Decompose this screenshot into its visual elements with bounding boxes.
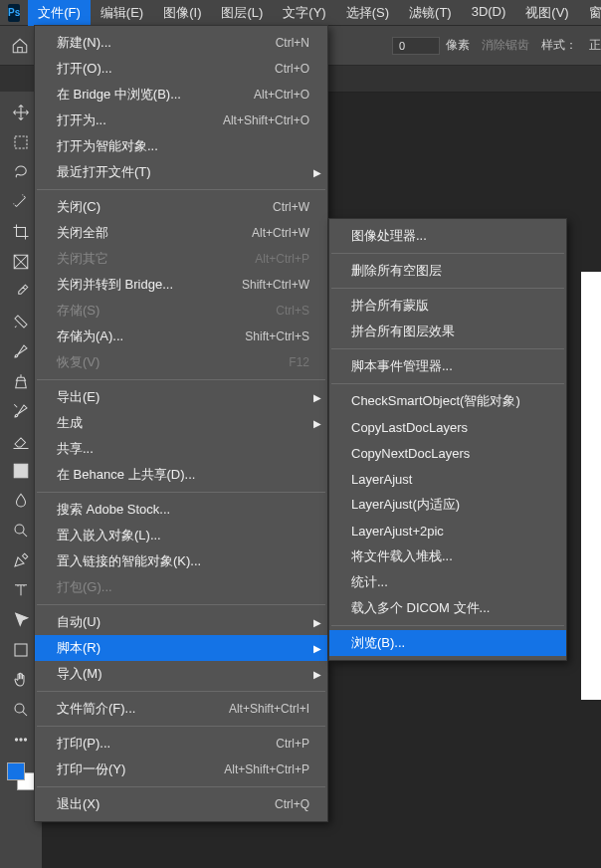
file-menu-item-16[interactable]: 生成▶ [35,410,327,436]
scripts-menu-item-label: CheckSmartObject(智能对象) [351,392,548,410]
scripts-menu-separator [331,383,564,384]
file-menu-item-27[interactable]: 导入(M)▶ [35,661,327,687]
file-menu-item-21[interactable]: 置入嵌入对象(L)... [35,523,327,548]
edit-toolbar-tool[interactable] [5,725,37,755]
frame-tool[interactable] [5,247,37,277]
scripts-menu-item-7[interactable]: 脚本事件管理器... [329,353,566,379]
file-menu-item-7[interactable]: 关闭(C)Ctrl+W [35,194,327,220]
scripts-menu-item-19[interactable]: 浏览(B)... [329,630,566,656]
svg-point-5 [15,739,17,741]
svg-point-6 [20,739,22,741]
scripts-menu-item-0[interactable]: 图像处理器... [329,223,566,249]
file-menu-item-3[interactable]: 打开为...Alt+Shift+Ctrl+O [35,108,327,133]
blur-tool[interactable] [5,486,37,516]
file-menu-separator [37,189,325,190]
file-menu-item-2[interactable]: 在 Bridge 中浏览(B)...Alt+Ctrl+O [35,82,327,108]
scripts-submenu-dropdown: 图像处理器...删除所有空图层拼合所有蒙版拼合所有图层效果脚本事件管理器...C… [328,218,567,661]
file-menu-item-label: 新建(N)... [57,34,260,52]
scripts-menu-item-9[interactable]: CheckSmartObject(智能对象) [329,388,566,414]
lasso-tool[interactable] [5,157,37,187]
scripts-menu-item-2[interactable]: 删除所有空图层 [329,258,566,284]
file-menu-item-4[interactable]: 打开为智能对象... [35,133,327,159]
file-menu-item-29[interactable]: 文件简介(F)...Alt+Shift+Ctrl+I [35,696,327,722]
gradient-tool[interactable] [5,456,37,486]
scripts-menu-item-label: 拼合所有图层效果 [351,323,548,340]
pen-tool[interactable] [5,545,37,575]
history-brush-tool[interactable] [5,396,37,426]
file-menu-item-label: 关闭其它 [57,250,239,268]
type-tool[interactable] [5,575,37,605]
file-menu-item-12[interactable]: 存储为(A)...Shift+Ctrl+S [35,324,327,349]
scripts-menu-separator [331,348,564,349]
menu-图层(L)[interactable]: 图层(L) [211,0,273,26]
path-select-tool[interactable] [5,605,37,635]
file-menu-item-label: 置入链接的智能对象(K)... [57,552,309,570]
style-label: 样式： [541,37,577,54]
hand-tool[interactable] [5,665,37,695]
scripts-menu-item-4[interactable]: 拼合所有蒙版 [329,293,566,319]
healing-tool[interactable] [5,307,37,336]
file-menu-item-10[interactable]: 关闭并转到 Bridge...Shift+Ctrl+W [35,272,327,298]
scripts-menu-item-5[interactable]: 拼合所有图层效果 [329,319,566,344]
menu-编辑(E)[interactable]: 编辑(E) [91,0,153,26]
scripts-menu-item-label: 脚本事件管理器... [351,357,548,375]
file-menu-item-5[interactable]: 最近打开文件(T)▶ [35,159,327,185]
wand-tool[interactable] [5,187,37,217]
normal-label: 正 [589,37,601,54]
file-menu-separator [37,379,325,380]
file-menu-item-26[interactable]: 脚本(R)▶ [35,635,327,661]
clone-tool[interactable] [5,366,37,396]
menu-图像(I)[interactable]: 图像(I) [153,0,211,26]
file-menu-item-31[interactable]: 打印(P)...Ctrl+P [35,731,327,757]
file-menu-item-34[interactable]: 退出(X)Ctrl+Q [35,791,327,817]
menu-滤镜(T)[interactable]: 滤镜(T) [399,0,462,26]
menu-选择(S)[interactable]: 选择(S) [336,0,399,26]
home-icon[interactable] [8,34,32,58]
file-menu-item-32[interactable]: 打印一份(Y)Alt+Shift+Ctrl+P [35,757,327,782]
file-menu-item-25[interactable]: 自动(U)▶ [35,609,327,635]
eyedropper-tool[interactable] [5,277,37,307]
marquee-tool[interactable] [5,127,37,157]
document-canvas[interactable] [581,272,601,700]
file-menu-item-17[interactable]: 共享... [35,436,327,462]
zoom-tool[interactable] [5,695,37,725]
scripts-menu-item-10[interactable]: CopyLastDocLayers [329,414,566,440]
file-menu-item-label: 导入(M) [57,665,309,683]
svg-rect-3 [15,644,27,656]
file-menu-item-22[interactable]: 置入链接的智能对象(K)... [35,548,327,574]
move-tool[interactable] [5,98,37,127]
rectangle-tool[interactable] [5,635,37,665]
menu-窗[interactable]: 窗 [579,0,601,26]
file-menu-separator [37,786,325,787]
scripts-menu-item-14[interactable]: LayerAjust+2pic [329,518,566,543]
menu-文字(Y)[interactable]: 文字(Y) [273,0,335,26]
menu-文件(F)[interactable]: 文件(F) [28,0,91,26]
file-menu-item-label: 脚本(R) [57,639,309,657]
scripts-menu-item-15[interactable]: 将文件载入堆栈... [329,543,566,569]
color-swatches[interactable] [7,762,35,790]
scripts-menu-item-17[interactable]: 载入多个 DICOM 文件... [329,595,566,621]
scripts-menu-item-11[interactable]: CopyNextDocLayers [329,440,566,466]
file-menu-item-20[interactable]: 搜索 Adobe Stock... [35,497,327,523]
scripts-menu-item-16[interactable]: 统计... [329,569,566,595]
dodge-tool[interactable] [5,516,37,545]
shortcut-label: Ctrl+N [276,36,309,50]
brush-tool[interactable] [5,336,37,366]
scripts-menu-item-13[interactable]: LayerAjust(内适应) [329,492,566,518]
file-menu-item-8[interactable]: 关闭全部Alt+Ctrl+W [35,220,327,246]
file-menu-item-18[interactable]: 在 Behance 上共享(D)... [35,462,327,488]
file-menu-item-1[interactable]: 打开(O)...Ctrl+O [35,56,327,82]
file-menu-separator [37,492,325,493]
scripts-menu-item-12[interactable]: LayerAjust [329,466,566,492]
scripts-menu-item-label: 删除所有空图层 [351,262,548,280]
file-menu-item-0[interactable]: 新建(N)...Ctrl+N [35,30,327,56]
anti-alias-label: 消除锯齿 [482,37,529,54]
crop-tool[interactable] [5,217,37,247]
menu-3D(D)[interactable]: 3D(D) [462,0,516,26]
submenu-arrow-icon: ▶ [313,617,321,628]
file-menu-item-15[interactable]: 导出(E)▶ [35,384,327,410]
menu-视图(V)[interactable]: 视图(V) [515,0,578,26]
file-menu-item-label: 在 Bridge 中浏览(B)... [57,86,238,104]
eraser-tool[interactable] [5,426,37,456]
px-value[interactable]: 0 [392,37,440,55]
